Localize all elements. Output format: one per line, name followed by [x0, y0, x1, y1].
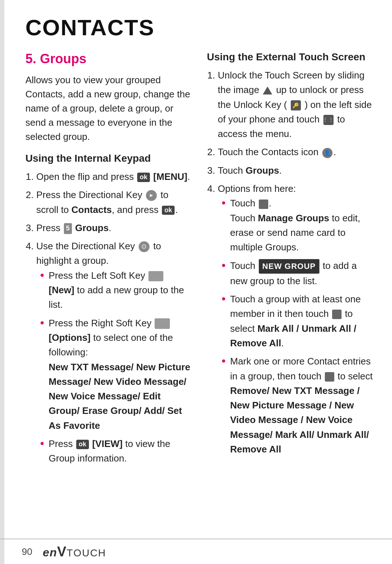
- bullet-right-soft: Press the Right Soft Key [Options] to se…: [40, 316, 192, 433]
- ext-step-2: Touch the Contacts icon .: [218, 145, 374, 159]
- dpad-icon: [146, 190, 157, 201]
- ok-icon: ok: [137, 173, 150, 182]
- right-column: Using the External Touch Screen Unlock t…: [207, 51, 374, 462]
- step-4: Use the Directional Key to highlight a g…: [36, 239, 192, 466]
- lock-key-icon: 🔑: [291, 100, 301, 110]
- brand-v: V: [57, 544, 66, 559]
- bullet-left-soft: Press the Left Soft Key [New] to add a n…: [40, 268, 192, 312]
- menu-grid-icon: [323, 115, 334, 125]
- step-4-bullets: Press the Left Soft Key [New] to add a n…: [36, 268, 192, 466]
- ext-bullet-4: Mark one or more Contact entries in a gr…: [221, 354, 374, 456]
- triangle-icon: [263, 86, 272, 94]
- left-bar: [0, 0, 4, 564]
- brand-en: en: [43, 546, 57, 559]
- footer: 90 enVTOUCH: [0, 539, 392, 564]
- ok-icon-2: ok: [162, 206, 175, 215]
- section-intro: Allows you to view your grouped Contacts…: [25, 73, 192, 144]
- list-btn-icon-2: [332, 310, 342, 319]
- bullet-view: Press ok [VIEW] to view the Group inform…: [40, 436, 192, 466]
- step-2: Press the Directional Key to scroll to C…: [36, 188, 192, 217]
- section-title: 5. Groups: [25, 51, 192, 67]
- num5-icon: 5: [64, 223, 72, 234]
- ext-bullet-1: Touch . Touch Manage Groups to edit, era…: [221, 196, 374, 254]
- step-3: Press 5 Groups.: [36, 221, 192, 235]
- menu-label: [MENU]: [153, 171, 187, 182]
- dpad-circle-icon: [139, 241, 150, 252]
- two-column-layout: 5. Groups Allows you to view your groupe…: [25, 51, 374, 471]
- external-touch-heading: Using the External Touch Screen: [207, 51, 374, 63]
- external-touch-steps: Unlock the Touch Screen by sliding the i…: [207, 68, 374, 456]
- contacts-icon: [322, 148, 332, 158]
- footer-page-number: 90: [22, 546, 32, 557]
- new-group-btn-icon: NEW GROUP: [259, 259, 319, 274]
- section-number: 5.: [25, 51, 36, 66]
- internal-keypad-steps: Open the flip and press ok [MENU]. Press…: [25, 169, 192, 466]
- left-softkey-icon: [148, 271, 163, 282]
- list-btn-icon-1: [259, 200, 268, 209]
- ext-step-3: Touch Groups.: [218, 163, 374, 178]
- brand-touch: TOUCH: [67, 547, 106, 559]
- page-container: CONTACTS 5. Groups Allows you to view yo…: [7, 0, 392, 500]
- page-title: CONTACTS: [25, 15, 374, 40]
- ext-step-1: Unlock the Touch Screen by sliding the i…: [218, 68, 374, 141]
- right-softkey-icon: [155, 318, 170, 329]
- ok-icon-3: ok: [76, 440, 89, 449]
- step-1: Open the flip and press ok [MENU].: [36, 169, 192, 184]
- ext-step-4: Options from here: Touch . Touch Manage …: [218, 181, 374, 456]
- ext-step-4-bullets: Touch . Touch Manage Groups to edit, era…: [218, 196, 374, 456]
- left-column: 5. Groups Allows you to view your groupe…: [25, 51, 192, 471]
- footer-brand: enVTOUCH: [43, 544, 106, 560]
- list-btn-icon-3: [325, 372, 334, 382]
- ext-bullet-3: Touch a group with at least one member i…: [221, 292, 374, 350]
- ext-bullet-2: Touch NEW GROUP to add a new group to th…: [221, 258, 374, 288]
- internal-keypad-heading: Using the Internal Keypad: [25, 153, 192, 164]
